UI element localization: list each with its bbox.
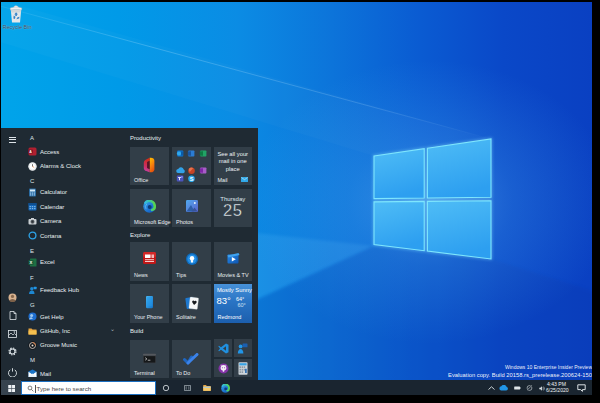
svg-text:S: S [190,176,194,182]
svg-text:X: X [29,260,32,265]
